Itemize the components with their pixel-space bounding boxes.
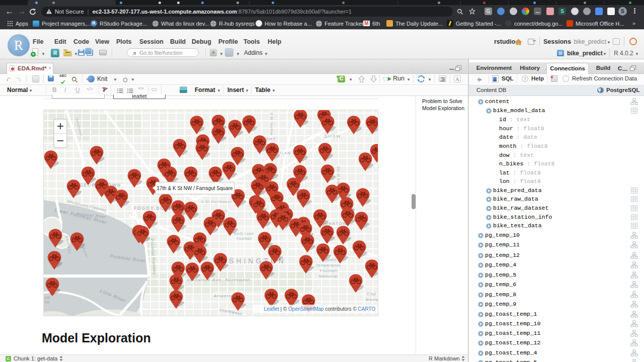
svg-text:North Lawn: North Lawn xyxy=(233,232,254,235)
svg-text:Fountain: Fountain xyxy=(236,237,252,240)
svg-text:Temperance: Temperance xyxy=(316,263,341,267)
svg-text:Memorial: Memorial xyxy=(319,274,338,279)
svg-text:TS: TS xyxy=(44,301,49,304)
svg-text:SHAW: SHAW xyxy=(325,134,341,139)
svg-text:S St. Northw: S St. Northw xyxy=(270,113,273,136)
svg-text:OR: OR xyxy=(44,296,50,300)
svg-text:Fountain: Fountain xyxy=(320,268,338,273)
svg-text:Cap: Cap xyxy=(367,292,376,296)
svg-text:Reflec: Reflec xyxy=(366,298,378,302)
svg-text:Leaflet | © OpenStreetMap cont: Leaflet | © OpenStreetMap contributors ©… xyxy=(264,306,375,312)
svg-text:6th St NW: 6th St NW xyxy=(337,166,340,185)
svg-text:K St Northwest: K St Northwest xyxy=(201,200,232,204)
svg-text:17th & K St NW / Farragut Squa: 17th & K St NW / Farragut Square xyxy=(156,186,233,191)
svg-text:nstitution Ave. Northwest: nstitution Ave. Northwest xyxy=(187,278,250,282)
